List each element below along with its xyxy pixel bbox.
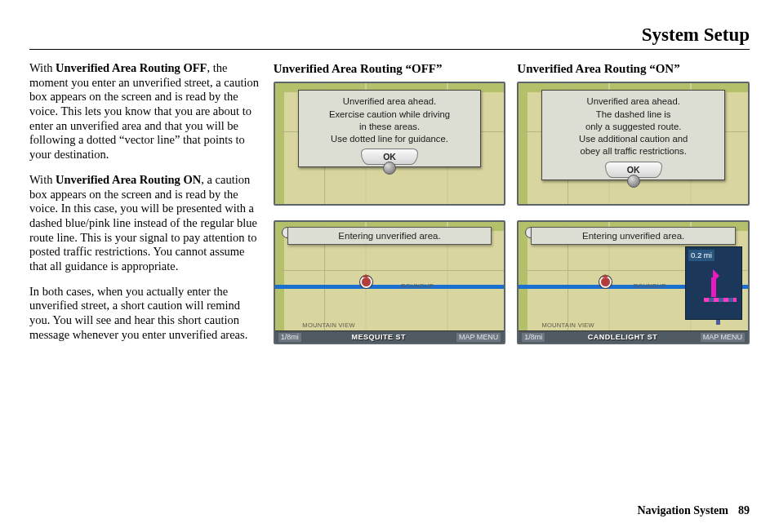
map-menu-button[interactable]: MAP MENU [701, 333, 745, 342]
text: , a caution box appears on the screen an… [29, 173, 257, 273]
ok-button[interactable]: OK [605, 162, 662, 178]
map-menu-button[interactable]: MAP MENU [456, 333, 501, 342]
turn-distance: 0.2 mi [688, 250, 714, 261]
route-line-blue [275, 285, 505, 289]
off-screen-map: Entering unverified area. ROUNDUP MOUNTA… [274, 220, 506, 344]
route-line-dashed [704, 298, 737, 302]
text-column: With Unverified Area Routing OFF, the mo… [29, 61, 262, 352]
off-column: Unverified Area Routing “OFF” Unverified… [274, 61, 506, 352]
text: With [29, 61, 56, 74]
street-label-mtview: MOUNTAIN VIEW [541, 321, 594, 329]
current-street: MESQUITE ST [306, 333, 452, 342]
title-rule [29, 49, 750, 50]
caution-line: in these areas. [302, 121, 478, 133]
caution-line: Unverified area ahead. [302, 95, 478, 108]
caution-line: Use additional caution and [545, 133, 721, 145]
on-screen-caution: Unverified area ahead. The dashed line i… [517, 82, 750, 206]
entering-banner: Entering unverified area. [287, 227, 492, 245]
paragraph-off: With Unverified Area Routing OFF, the mo… [29, 61, 262, 162]
caution-line: only a suggested route. [545, 121, 721, 133]
bold-off: Unverified Area Routing OFF [56, 61, 207, 74]
page-footer: Navigation System89 [637, 504, 750, 517]
on-column: Unverified Area Routing “ON” Unverified … [517, 61, 750, 352]
paragraph-on: With Unverified Area Routing ON, a cauti… [29, 173, 262, 274]
caution-line: obey all traffic restrictions. [545, 145, 721, 157]
caution-line: Unverified area ahead. [545, 95, 721, 108]
off-screen-caution: Unverified area ahead. Exercise caution … [274, 82, 506, 206]
entering-banner: Entering unverified area. [531, 227, 736, 245]
content-columns: With Unverified Area Routing OFF, the mo… [29, 61, 750, 352]
page-title: System Setup [29, 24, 750, 46]
ok-button[interactable]: OK [361, 149, 418, 165]
current-street: CANDLELIGHT ST [550, 333, 695, 342]
map-bottom-bar: 1/8mi MESQUITE ST MAP MENU [275, 330, 505, 343]
caution-line: Use dotted line for guidance. [302, 133, 478, 145]
text: With [29, 173, 56, 186]
turn-arrow-icon [700, 269, 728, 297]
off-heading: Unverified Area Routing “OFF” [274, 61, 506, 76]
map-scale: 1/8mi [522, 333, 545, 342]
street-label-roundup: ROUNDUP [634, 282, 666, 290]
map-bottom-bar: 1/8mi CANDLELIGHT ST MAP MENU [519, 330, 748, 343]
street-label-mtview: MOUNTAIN VIEW [302, 321, 355, 329]
text: , the moment you enter an unverified str… [29, 61, 259, 161]
caution-line: Exercise caution while driving [302, 109, 478, 121]
on-screen-map: Entering unverified area. ROUNDUP MOUNTA… [517, 220, 750, 344]
caution-dialog: Unverified area ahead. Exercise caution … [298, 90, 482, 167]
caution-line: The dashed line is [545, 109, 721, 121]
bold-on: Unverified Area Routing ON [56, 173, 201, 186]
map-scale: 1/8mi [278, 333, 301, 342]
paragraph-both: In both cases, when you actually enter t… [29, 285, 262, 343]
turn-guidance-tile: 0.2 mi [685, 246, 742, 320]
caution-dialog: Unverified area ahead. The dashed line i… [541, 90, 725, 180]
on-heading: Unverified Area Routing “ON” [517, 61, 750, 76]
street-label-roundup: ROUNDUP [401, 282, 434, 290]
footer-label: Navigation System [637, 504, 728, 516]
page-number: 89 [738, 504, 750, 516]
